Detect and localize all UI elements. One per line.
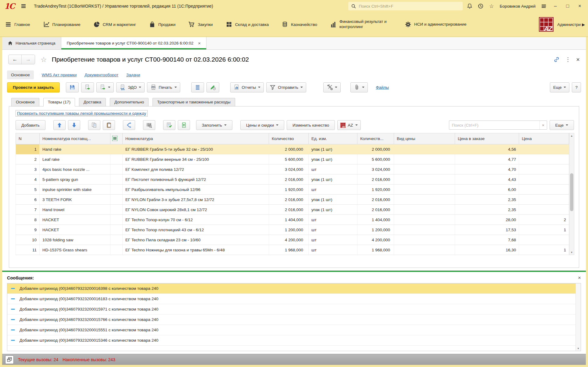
col-unit[interactable]: Ед. изм.	[309, 133, 357, 144]
print-button[interactable]: Печать	[147, 82, 180, 92]
move-down-button[interactable]	[68, 120, 80, 130]
col-price-type[interactable]: Вид цены	[394, 133, 455, 144]
ribbon-item-main[interactable]: Главное	[5, 21, 30, 28]
messages-close-icon[interactable]: ×	[578, 275, 581, 281]
add-row-button[interactable]: Добавить	[16, 120, 45, 130]
check-list-button[interactable]	[163, 120, 175, 130]
message-item[interactable]: Добавлен штрихкод (00)346079323200015971…	[7, 304, 581, 315]
ribbon-item-planning[interactable]: Планирование	[43, 21, 81, 28]
edit-timer-button[interactable]	[206, 82, 219, 92]
barcode-scan-button[interactable]	[143, 120, 155, 130]
az-button[interactable]: AZAZ	[337, 120, 360, 130]
move-up-button[interactable]	[53, 120, 66, 130]
col-quantity-2[interactable]: Количеств...	[357, 133, 394, 144]
favorite-star-icon[interactable]: ☆	[41, 56, 47, 64]
nav-link-0[interactable]: Основное	[7, 70, 34, 79]
message-item[interactable]: Добавлен штрихкод (00)346079323200016183…	[7, 294, 581, 304]
ribbon-item-nsi[interactable]: НСИ и администрирование	[405, 21, 467, 28]
table-more-button[interactable]: Еще	[550, 120, 574, 130]
messages-scrollbar[interactable]: ▼	[575, 283, 581, 351]
table-search-input[interactable]	[449, 123, 540, 128]
post-and-close-button[interactable]: Провести и закрыть	[7, 82, 60, 92]
user-name[interactable]: Боровиков Андрей	[500, 4, 536, 9]
paste-button[interactable]	[103, 120, 115, 130]
table-scrollbar[interactable]: ▲ ▼	[569, 133, 574, 255]
more-button[interactable]: Еще	[550, 82, 569, 92]
message-item[interactable]: Добавлен штрихкод (00)346079323200015766…	[7, 315, 581, 325]
scroll-thumb[interactable]	[570, 173, 573, 211]
distribute-button[interactable]	[123, 120, 135, 130]
user-menu-icon[interactable]	[540, 2, 548, 10]
col-price[interactable]: Цена	[519, 133, 569, 144]
table-row[interactable]: 7 Hand trowel ЕГ NYLON Совок широкий 28х…	[16, 205, 569, 215]
ribbon-item-treasury[interactable]: Казначейство	[281, 21, 317, 28]
favorites-star-icon[interactable]: ☆	[488, 2, 496, 10]
check-goods-link[interactable]: Проверить поступившие товары легкой пром…	[16, 110, 148, 117]
save-button[interactable]	[66, 82, 79, 92]
table-search[interactable]: ×	[449, 121, 547, 130]
table-row[interactable]: 6 3 TEETH FORK ЕГ NYLON Грабли 3-х зубые…	[16, 195, 569, 205]
col-n[interactable]: N	[16, 133, 40, 144]
get-link-icon[interactable]	[554, 56, 560, 63]
col-order-price[interactable]: Цена в заказе	[455, 133, 519, 144]
ribbon-item-crm[interactable]: CRM и маркетинг	[93, 21, 136, 28]
prices-discounts-button[interactable]: Цены и скидки	[240, 120, 284, 130]
copy-row-button[interactable]	[88, 120, 100, 130]
load-document-button[interactable]	[178, 120, 190, 130]
nav-link-2[interactable]: Документооборот	[84, 73, 118, 77]
table-row[interactable]: 4 5-pattern spray gun ЕГ Пистолет поливо…	[16, 175, 569, 185]
table-row[interactable]: 10 1028 folding saw ЕГ Techno Пила склад…	[16, 235, 569, 245]
ribbon-item-finance[interactable]: Финансовый результат и контроллинг	[330, 19, 392, 30]
back-button[interactable]: ←	[9, 55, 22, 64]
tab-document[interactable]: Приобретение товаров и услуг СТ00-900140…	[61, 37, 206, 49]
page-tab-0[interactable]: Основное	[11, 98, 39, 106]
message-item[interactable]: Добавлен штрихкод (00)346079323200016398…	[7, 283, 581, 294]
attachments-button[interactable]	[350, 82, 368, 92]
page-tab-3[interactable]: Дополнительно	[110, 98, 149, 106]
table-row[interactable]: 11 HD-1537S Grass shears ЕГ Techno Ножни…	[16, 245, 569, 255]
more-actions-icon[interactable]: ⋮	[565, 56, 571, 63]
messages-scroll-down-icon[interactable]: ▼	[576, 346, 581, 351]
table-row[interactable]: 1 Hand rake ЕГ RUBBER Грабли 5-ти зубые …	[16, 144, 569, 154]
forward-button[interactable]: →	[22, 55, 35, 64]
post-button[interactable]	[81, 82, 94, 92]
table-row[interactable]: 9 HACKET ЕГ Techno Топор плотницкий 43 с…	[16, 225, 569, 235]
page-tab-4[interactable]: Транспортные и таможенные расходы	[152, 98, 235, 106]
tools-button[interactable]	[323, 82, 341, 92]
send-button[interactable]: Отправить	[266, 82, 306, 92]
help-button[interactable]: ?	[572, 82, 581, 92]
table-row[interactable]: 3 4pcs basic hose nozzle ... ЕГ Комплект…	[16, 164, 569, 175]
ribbon-item-purchases[interactable]: Закупки	[188, 21, 213, 28]
ribbon-item-administration[interactable]: AZ Администри	[539, 17, 581, 32]
scroll-down-icon[interactable]: ▼	[569, 250, 574, 255]
maximize-button[interactable]: □	[563, 2, 572, 10]
table-row[interactable]: 2 Leaf rake ЕГ RUBBER Грабли веерные 34 …	[16, 154, 569, 164]
files-link[interactable]: Файлы	[376, 85, 389, 90]
close-document-icon[interactable]: ×	[576, 56, 580, 63]
system-menu-icon[interactable]	[20, 3, 27, 9]
col-supplier-item[interactable]: Номенклатура поставщ...	[40, 133, 110, 144]
col-nomenclature[interactable]: Номенклатура	[123, 133, 269, 144]
global-search[interactable]	[348, 2, 463, 10]
ribbon-overflow-arrow-icon[interactable]: ▶	[581, 22, 586, 27]
fill-button[interactable]: Заполнить	[196, 120, 232, 130]
reports-button[interactable]: Отчеты	[230, 82, 264, 92]
minimize-button[interactable]: –	[551, 2, 560, 10]
ribbon-item-sales[interactable]: Продажи	[149, 21, 175, 28]
clear-search-icon[interactable]: ×	[540, 121, 547, 129]
nav-link-1[interactable]: WMS Акт приемки	[42, 73, 77, 77]
ribbon-item-warehouse[interactable]: Склад и доставка	[226, 21, 269, 28]
global-search-input[interactable]	[358, 4, 460, 9]
message-item[interactable]: Добавлен штрихкод (00)346079323200015346…	[7, 335, 581, 346]
tab-close-icon[interactable]: ×	[198, 41, 201, 46]
page-tab-1[interactable]: Товары (17)	[43, 98, 75, 106]
structure-button[interactable]	[191, 82, 204, 92]
edo-button[interactable]: ЭДО	[116, 82, 145, 92]
table-row[interactable]: 8 HACKET ЕГ Techno Топор-колун 70 см - 6…	[16, 215, 569, 225]
page-tab-2[interactable]: Доставка	[79, 98, 106, 106]
create-based-on-button[interactable]	[96, 82, 114, 92]
nav-link-3[interactable]: Задачи	[126, 73, 140, 77]
table-row[interactable]: 5 inpulse sprinkler with stake ЕГ Разбры…	[16, 185, 569, 195]
performance-indicator-icon[interactable]	[5, 355, 14, 364]
change-quality-button[interactable]: Изменить качество	[287, 120, 335, 130]
